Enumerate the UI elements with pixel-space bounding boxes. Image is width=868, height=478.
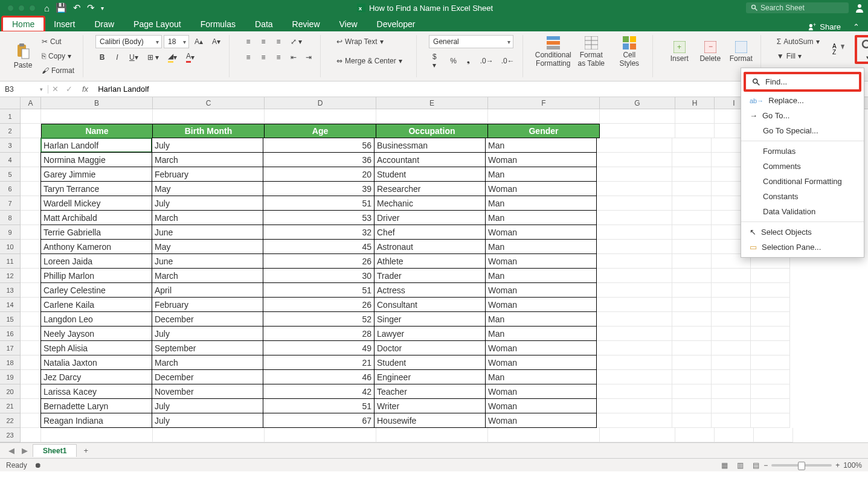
cell[interactable] — [21, 269, 41, 283]
cell[interactable]: Terrie Gabriella — [40, 225, 152, 240]
cell[interactable] — [672, 327, 712, 341]
cell[interactable]: Researcher — [374, 181, 486, 196]
cell[interactable] — [672, 254, 712, 269]
select-all-corner[interactable] — [0, 97, 21, 109]
cell[interactable]: 42 — [263, 384, 375, 399]
cell[interactable]: 20 — [263, 167, 375, 182]
bold-button[interactable]: B — [95, 51, 109, 64]
macro-record-icon[interactable]: ⏺ — [34, 461, 42, 470]
increase-decimal-button[interactable]: .0→ — [477, 54, 497, 68]
decrease-indent-button[interactable]: ⇤ — [287, 51, 300, 64]
selection-pane-menu-item[interactable]: ▭Selection Pane... — [741, 240, 864, 255]
formulas-menu-item[interactable]: Formulas — [741, 144, 864, 159]
cell[interactable] — [153, 109, 265, 124]
sheet-nav-prev-icon[interactable]: ◀ — [6, 446, 17, 455]
page-break-view-button[interactable]: ▤ — [748, 460, 763, 471]
cell[interactable]: June — [152, 253, 263, 269]
align-middle-button[interactable]: ≡ — [257, 35, 270, 48]
cell[interactable]: Natalia Jaxton — [40, 355, 152, 370]
cell[interactable] — [597, 254, 672, 269]
cell[interactable] — [600, 124, 675, 138]
cell[interactable]: Occupation — [376, 124, 488, 138]
cell[interactable]: Writer — [374, 398, 486, 413]
sheet-nav-next-icon[interactable]: ▶ — [19, 446, 30, 455]
cell[interactable] — [600, 428, 675, 442]
cell[interactable]: Athlete — [374, 253, 486, 269]
column-header[interactable]: G — [600, 97, 675, 109]
cell[interactable] — [597, 355, 672, 370]
tab-view[interactable]: View — [330, 17, 367, 31]
cell[interactable] — [712, 312, 751, 327]
tab-data[interactable]: Data — [245, 17, 283, 31]
cell[interactable] — [675, 428, 715, 442]
decrease-decimal-button[interactable]: .0← — [498, 54, 518, 68]
cell[interactable] — [751, 327, 790, 341]
find-select-button[interactable]: ▾ — [855, 35, 868, 64]
row-header[interactable]: 20 — [0, 384, 21, 399]
cell[interactable] — [751, 384, 790, 399]
cell[interactable]: July — [152, 196, 263, 211]
column-header[interactable]: B — [41, 97, 153, 109]
align-top-button[interactable]: ≡ — [242, 35, 255, 48]
cell[interactable] — [21, 355, 41, 370]
conditional-formatting-button[interactable]: Conditional Formatting — [535, 35, 571, 69]
cell[interactable]: Woman — [485, 282, 597, 298]
cell[interactable]: 30 — [263, 268, 375, 283]
row-header[interactable]: 19 — [0, 370, 21, 384]
cell[interactable]: March — [152, 152, 263, 167]
column-header[interactable]: E — [376, 97, 488, 109]
cell[interactable]: Woman — [485, 297, 597, 312]
align-right-button[interactable]: ≡ — [272, 51, 285, 64]
border-button[interactable]: ⊞ ▾ — [144, 51, 162, 64]
cell[interactable]: Langdon Leo — [40, 311, 152, 327]
align-center-button[interactable]: ≡ — [257, 51, 270, 64]
cell[interactable] — [672, 355, 712, 370]
cell[interactable]: Age — [265, 124, 376, 138]
cell[interactable]: 51 — [263, 196, 375, 211]
undo-icon[interactable]: ↶ — [73, 2, 81, 13]
cell[interactable]: Bernadette Laryn — [40, 398, 152, 413]
tab-formulas[interactable]: Formulas — [191, 17, 245, 31]
cell[interactable]: Businessman — [374, 138, 486, 153]
row-header[interactable]: 4 — [0, 153, 21, 167]
account-icon[interactable] — [855, 3, 864, 13]
cell[interactable]: Steph Alisia — [40, 340, 152, 355]
select-objects-menu-item[interactable]: ↖Select Objects — [741, 225, 864, 240]
cell[interactable]: Woman — [485, 225, 597, 240]
sheet-tab[interactable]: Sheet1 — [33, 444, 77, 457]
cell[interactable] — [21, 341, 41, 355]
cell[interactable]: Birth Month — [153, 124, 265, 138]
cell[interactable] — [597, 312, 672, 327]
zoom-control[interactable]: − + 100% — [764, 461, 862, 470]
cell[interactable] — [672, 196, 712, 211]
cell[interactable]: December — [152, 311, 263, 327]
column-header[interactable]: A — [21, 97, 41, 109]
cell[interactable]: Matt Archibald — [40, 210, 152, 225]
cell[interactable]: 36 — [263, 152, 375, 167]
cell[interactable]: Normina Maggie — [40, 152, 152, 167]
data-validation-menu-item[interactable]: Data Validation — [741, 204, 864, 219]
increase-indent-button[interactable]: ⇥ — [302, 51, 315, 64]
constants-menu-item[interactable]: Constants — [741, 189, 864, 204]
cell[interactable] — [754, 428, 793, 442]
cell[interactable] — [751, 312, 790, 327]
cell[interactable]: Man — [485, 167, 597, 182]
row-header[interactable]: 2 — [0, 124, 21, 138]
cell[interactable]: 45 — [263, 239, 375, 254]
name-box[interactable]: B3 — [0, 85, 48, 94]
comments-menu-item[interactable]: Comments — [741, 159, 864, 174]
cell[interactable]: Actress — [374, 282, 486, 298]
cell[interactable]: 49 — [263, 340, 375, 355]
cell[interactable] — [21, 109, 41, 124]
cell[interactable] — [21, 312, 41, 327]
align-bottom-button[interactable]: ≡ — [272, 35, 285, 48]
cell[interactable]: Carlene Kaila — [40, 297, 152, 312]
row-header[interactable]: 3 — [0, 138, 21, 153]
cell[interactable]: May — [152, 239, 263, 254]
row-header[interactable]: 22 — [0, 413, 21, 428]
cell[interactable] — [265, 109, 376, 124]
cancel-formula-icon[interactable]: ✕ — [48, 84, 62, 94]
cell[interactable] — [21, 384, 41, 399]
percent-button[interactable]: % — [447, 54, 460, 68]
column-header[interactable]: C — [153, 97, 265, 109]
